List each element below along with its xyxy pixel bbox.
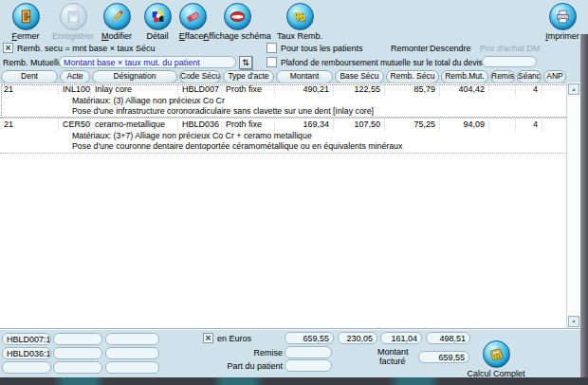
check-icon: × [5, 43, 10, 53]
cell-type-acte: Proth fixe [222, 119, 275, 131]
totals-panel: HBLD007:1 HBLD036:1 × en Euros 659,55 23… [0, 328, 580, 378]
cell-acte: INL100 [59, 83, 91, 96]
col-header-remise[interactable]: Remise [490, 70, 515, 83]
cell-anp [542, 119, 567, 131]
cell-remb-mut: 94,09 [440, 119, 489, 131]
save-icon [60, 3, 87, 30]
remise-field[interactable] [285, 346, 332, 358]
scroll-up-icon: ▲ [572, 86, 577, 92]
col-header-remb-mut[interactable]: Remb.Mut. [441, 70, 488, 83]
cell-montant: 490,21 [275, 83, 334, 96]
plafond-checkbox[interactable] [266, 57, 277, 67]
code-extra-field[interactable] [53, 333, 102, 345]
row-materiaux: Matériaux: (3+7) Alliage non précieux Co… [0, 131, 580, 141]
mouth-icon [224, 3, 251, 30]
col-header-acte[interactable]: Acte [60, 70, 90, 83]
part-patient-field[interactable] [285, 359, 332, 372]
taux-remb-button[interactable]: % Taux Remb. [272, 3, 327, 41]
pencil-icon [103, 3, 131, 30]
printer-icon [549, 3, 577, 30]
sort-order-button[interactable]: ⇅ [239, 56, 252, 69]
total-montant-field: 659,55 [285, 332, 334, 344]
cell-base-secu: 107,50 [334, 119, 385, 131]
door-icon [12, 3, 40, 30]
affichage-schema-button[interactable]: Affichage schéma [195, 3, 279, 41]
row-description: Pose d'une infrastructure coronoradicula… [0, 106, 580, 119]
cell-type-acte: Proth fixe [222, 83, 275, 96]
detail-icon [144, 3, 172, 30]
en-euros-checkbox[interactable]: × [203, 333, 213, 343]
cell-anp [542, 83, 567, 96]
cell-dent: 21 [0, 83, 59, 96]
code-count-field[interactable]: HBLD007:1 [2, 333, 51, 345]
code-count-field[interactable] [2, 361, 51, 374]
remonter-button[interactable]: Remonter [391, 44, 429, 53]
cell-remise [489, 119, 516, 131]
row-description: Pose d'une couronne dentaire dentoportée… [0, 141, 580, 154]
col-header-code-secu[interactable]: Code Sécu. [179, 70, 221, 83]
cell-code-secu: HBLD007 [178, 83, 222, 96]
cell-seance: 4 [516, 119, 542, 131]
total-base-secu-field: 230,05 [338, 332, 377, 344]
scroll-down-button[interactable]: ▼ [568, 316, 579, 327]
col-header-type-acte[interactable]: Type d'acte [223, 70, 274, 83]
col-header-anp[interactable]: ANP [543, 70, 566, 83]
tous-patients-checkbox[interactable] [266, 43, 277, 53]
col-header-seance[interactable]: Séance [517, 70, 542, 83]
descendre-button[interactable]: Descendre [430, 44, 471, 53]
acts-list: 21 INL100 Inlay core HBLD007 Proth fixe … [0, 82, 580, 329]
fermer-label: Fermer [0, 31, 51, 41]
cell-seance: 4 [516, 83, 542, 96]
calculator-icon [483, 340, 510, 368]
cell-acte: CER500 [59, 119, 91, 131]
cell-base-secu: 122,55 [334, 83, 385, 96]
cell-designation: ceramo-metallique [91, 119, 178, 131]
scroll-up-button[interactable]: ▲ [568, 83, 579, 95]
table-scrollbar[interactable]: ▲ ▼ [566, 82, 580, 328]
window-edge-right [580, 34, 588, 385]
scroll-down-icon: ▼ [572, 319, 577, 324]
montant-facture-label: facturé [379, 357, 406, 366]
check-icon: × [205, 333, 211, 343]
remb-mutuelle-label: Remb. Mutuelle : [3, 58, 67, 67]
code-extra-field[interactable] [105, 333, 159, 345]
table-row[interactable]: 21 CER500 ceramo-metallique HBLD036 Prot… [0, 119, 580, 154]
cell-remise [489, 83, 516, 96]
table-header: Dent Acte Désignation Code Sécu. Type d'… [0, 69, 567, 82]
col-header-remb-secu[interactable]: Remb. Sécu [386, 70, 439, 83]
fermer-button[interactable]: Fermer [0, 3, 51, 41]
taux-remb-label: Taux Remb. [272, 31, 327, 41]
col-header-base-secu[interactable]: Base Sécu [335, 70, 384, 83]
tous-patients-label: Pour tous les patients [281, 44, 363, 53]
options-bar: × Remb. secu = mnt base × taux Sécu Remb… [0, 42, 580, 69]
toolbar: Fermer Enregistrer Modifier Détail Effac [0, 0, 580, 42]
cell-code-secu: HBLD036 [178, 119, 222, 131]
remise-label: Remise [235, 348, 283, 358]
plafond-label: Plafond de remboursement mutuelle sur le… [281, 58, 483, 67]
row-materiaux: Matériaux: (3) Alliage non précieux Co C… [0, 96, 580, 106]
cell-montant: 169,34 [275, 119, 334, 131]
remb-secu-checkbox-label: Remb. secu = mnt base × taux Sécu [17, 44, 156, 53]
code-count-field[interactable]: HBLD036:1 [2, 347, 51, 359]
col-header-dent[interactable]: Dent [1, 70, 58, 83]
calcul-complet-button[interactable]: Calcul Complet [458, 340, 534, 378]
sort-arrows-icon: ⇅ [242, 58, 249, 67]
montant-facture-label: Montant [377, 347, 409, 357]
prix-achat-dm-field[interactable] [482, 56, 537, 67]
code-extra-field[interactable] [105, 361, 159, 374]
code-extra-field[interactable] [105, 347, 159, 359]
col-header-montant[interactable]: Montant [276, 70, 333, 83]
table-row[interactable]: 21 INL100 Inlay core HBLD007 Proth fixe … [0, 83, 580, 119]
part-patient-label: Part du patient [218, 361, 283, 371]
code-extra-field[interactable] [53, 347, 102, 359]
window-edge-bottom [0, 377, 588, 385]
en-euros-label: en Euros [217, 334, 251, 343]
remb-secu-checkbox[interactable]: × [3, 43, 13, 53]
total-remb-secu-field: 161,04 [380, 332, 422, 344]
code-extra-field[interactable] [53, 361, 102, 374]
cell-remb-secu: 75,25 [385, 119, 440, 131]
cell-designation: Inlay core [91, 83, 178, 96]
percent-icon: % [286, 3, 314, 30]
remb-mutuelle-combo[interactable]: Montant base × taux mut. du patient [59, 56, 236, 68]
col-header-designation[interactable]: Désignation [92, 70, 177, 83]
